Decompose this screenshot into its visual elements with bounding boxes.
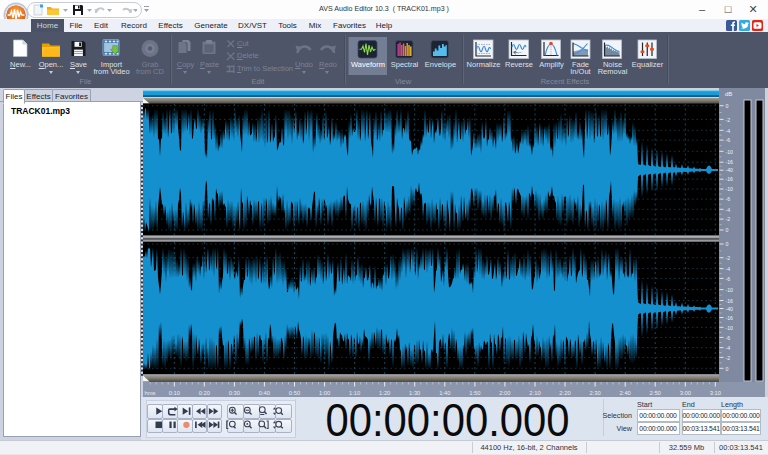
svg-text:-16: -16 <box>726 315 734 321</box>
svg-text:-6: -6 <box>726 196 731 202</box>
svg-text:-10: -10 <box>726 287 734 293</box>
svg-text:-4: -4 <box>726 266 731 272</box>
svg-text:-2: -2 <box>726 355 731 361</box>
svg-text:3:00: 3:00 <box>680 390 691 396</box>
svg-text:hms: hms <box>145 390 156 396</box>
svg-text:0:20: 0:20 <box>199 390 210 396</box>
svg-text:-6: -6 <box>726 276 731 282</box>
svg-text:-40: -40 <box>726 167 734 173</box>
svg-text:0: 0 <box>726 366 729 372</box>
svg-text:0: 0 <box>726 241 729 247</box>
svg-text:0: 0 <box>726 103 729 109</box>
svg-text:-2: -2 <box>726 216 731 222</box>
svg-text:-10: -10 <box>726 186 734 192</box>
svg-text:0:10: 0:10 <box>169 390 180 396</box>
svg-text:-40: -40 <box>726 306 734 312</box>
svg-text:-2: -2 <box>726 255 731 261</box>
svg-text:-16: -16 <box>726 159 734 165</box>
svg-text:2:30: 2:30 <box>589 390 600 396</box>
svg-text:-6: -6 <box>726 137 731 143</box>
svg-text:-4: -4 <box>726 345 731 351</box>
svg-text:3:10: 3:10 <box>710 390 721 396</box>
svg-text:0:40: 0:40 <box>259 390 270 396</box>
svg-text:-2: -2 <box>726 117 731 123</box>
svg-text:-16: -16 <box>726 176 734 182</box>
svg-text:-10: -10 <box>726 325 734 331</box>
svg-text:dB: dB <box>725 91 732 97</box>
svg-text:2:40: 2:40 <box>620 390 631 396</box>
svg-text:-4: -4 <box>726 128 731 134</box>
svg-text:-4: -4 <box>726 207 731 213</box>
svg-text:-16: -16 <box>726 298 734 304</box>
svg-text:-6: -6 <box>726 335 731 341</box>
svg-text:-10: -10 <box>726 149 734 155</box>
svg-text:0: 0 <box>726 227 729 233</box>
svg-text:0:50: 0:50 <box>289 390 300 396</box>
svg-text:0:30: 0:30 <box>229 390 240 396</box>
svg-text:2:50: 2:50 <box>650 390 661 396</box>
